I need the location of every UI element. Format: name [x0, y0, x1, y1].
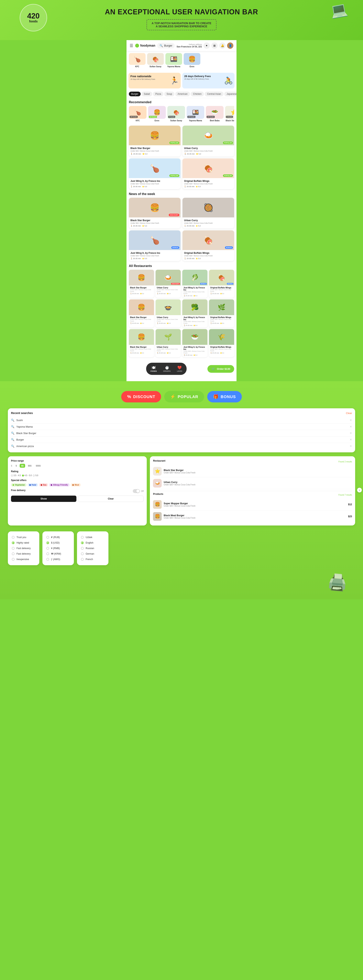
discount-badge-pill[interactable]: % DISCOUNT	[121, 391, 161, 402]
sort-opt-inexp[interactable]: Inexpensive	[12, 557, 35, 562]
rec-yapona[interactable]: 🍱 15 foods Yapona Mama	[187, 106, 204, 122]
rec-beet[interactable]: 🥗 23 foods Beet Baba	[206, 106, 224, 122]
all-food-6[interactable]: 🍲 Urban Curry Under $30 • Bonus Coca Col…	[155, 299, 181, 328]
all-food-1[interactable]: 🍔 Black Star Burger Under $30 • Bonus Co…	[129, 270, 154, 298]
all-food-5[interactable]: 🍔 Black Star Burger Under $30 • Bonus Co…	[129, 299, 154, 328]
rating-opt-2[interactable]: 4.5 - 5.0	[22, 474, 32, 477]
rating-opt-3[interactable]: 5.0	[33, 474, 38, 477]
rec-evos[interactable]: 🍔 10 foods Evos	[148, 106, 166, 122]
cat-chicken[interactable]: Chicken	[191, 92, 204, 96]
bonus-badge-pill[interactable]: 🎁 BONUS	[207, 391, 242, 402]
cat-pizza[interactable]: Pizza	[153, 92, 163, 96]
all-food-4[interactable]: 🍖 BONUS Original Buffalo Wings Under $30…	[209, 270, 234, 298]
search-item-yapona[interactable]: 🔍 Yapona Mama ✕	[11, 423, 352, 430]
notification-icon-btn[interactable]: 🔔	[219, 43, 225, 49]
lang-german[interactable]: German	[81, 551, 105, 557]
price-opt-2[interactable]: $$	[20, 464, 25, 468]
search-item-sushi[interactable]: 🔍 Sushi ✕	[11, 417, 352, 423]
all-food-2[interactable]: 🍛 DISCOUNT Urban Curry Under $30 • Bonus…	[155, 270, 181, 298]
nav-tab-orders[interactable]: ⏱️ ORDERS	[160, 364, 174, 373]
rest-card-yapona[interactable]: 🍱 Yapona Mama	[165, 53, 182, 68]
cat-burger[interactable]: Burger	[129, 92, 141, 96]
currency-rmb[interactable]: ¥ (RMB)	[46, 546, 70, 551]
offer-meat[interactable]: Meat	[71, 483, 81, 487]
nav-tab-foods[interactable]: 🍽️ FOODS	[147, 364, 160, 373]
order-button[interactable]: 🛒 Order $130	[208, 365, 234, 373]
price-opt-4[interactable]: $$$$	[34, 464, 42, 468]
food-card-3[interactable]: 🍗 POPULAR Just Wing It, by Fresco Inc Un…	[129, 159, 181, 189]
cat-american[interactable]: American	[175, 92, 190, 96]
news-card-3[interactable]: 🍗 BONUS Just Wing It, by Fresco Inc Unde…	[129, 231, 181, 261]
cat-salad[interactable]: Salad	[141, 92, 152, 96]
search-input[interactable]	[164, 44, 172, 47]
result-black-meat[interactable]: 🍔 Black Meat Burger Under $30 • Bonus Co…	[153, 511, 352, 522]
currency-krw[interactable]: ₩ (KRW)	[46, 551, 70, 557]
food-card-4[interactable]: 🍖 POPULAR Original Buffalo Wings Under $…	[182, 159, 234, 189]
search-item-american[interactable]: 🔍 American pizza ✕	[11, 443, 352, 449]
all-food-7[interactable]: 🥦 Just Wing It, by Fresco Inc Under $30 …	[182, 299, 208, 328]
lang-russian[interactable]: Russian	[81, 546, 105, 551]
promo-delivery-fees[interactable]: 28 days Delivery Fees 28 days left of $0…	[182, 73, 235, 89]
offer-halal[interactable]: Halal	[28, 483, 38, 487]
sort-opt-highly[interactable]: Highly rated	[12, 540, 35, 546]
show-button[interactable]: Show	[11, 496, 76, 502]
rec-kfc[interactable]: 🍗 20 foods KFC	[129, 106, 147, 122]
free-delivery-toggle[interactable]	[133, 489, 140, 493]
menu-icon[interactable]: ☰	[130, 43, 133, 48]
nav-tab-liked[interactable]: ❤️ LIKED	[174, 364, 185, 373]
offer-vegetarian[interactable]: Vegetarian	[11, 483, 27, 487]
offer-sea[interactable]: Sea	[39, 483, 48, 487]
all-food-11[interactable]: 🥗 Just Wing It, by Fresco Inc Under $30 …	[182, 329, 208, 357]
all-food-3[interactable]: 🥬 BONUS Just Wing It, by Fresco Inc Unde…	[182, 270, 208, 298]
search-bar[interactable]: 🔍	[157, 43, 174, 48]
search-close-1[interactable]: ✕	[350, 418, 352, 422]
sort-opt-fast1[interactable]: Fast delevery	[12, 546, 35, 551]
clear-searches-btn[interactable]: Clear	[346, 412, 352, 415]
result-super-burger[interactable]: 🍔 Super Muppar Burger Under $30 • Bonus …	[153, 498, 352, 511]
rec-blackstar[interactable]: ⭐ 6 foods Black Star Burger	[225, 106, 234, 122]
food-card-1[interactable]: 🍔 POPULAR Black Star Burger Under $30 • …	[129, 126, 181, 156]
currency-awg[interactable]: ƒ (AWG)	[46, 557, 70, 562]
lang-uzbek[interactable]: Uzbek	[81, 535, 105, 540]
popular-badge-pill[interactable]: ⚡ POPULAR	[164, 391, 204, 402]
cat-soup[interactable]: Soup	[164, 92, 174, 96]
search-close-2[interactable]: ✕	[350, 425, 352, 428]
sort-opt-trust[interactable]: Trust you	[12, 535, 35, 540]
news-card-1[interactable]: 🍔 DISCOUNT Black Star Burger Under $30 •…	[129, 198, 181, 228]
all-food-10[interactable]: 🌱 Urban Curry Under $30 • Bonus Coca Col…	[155, 329, 181, 357]
price-opt-3[interactable]: $$$	[26, 464, 33, 468]
all-food-8[interactable]: 🌿 Original Buffalo Wings Under $30 • Bon…	[209, 299, 234, 328]
promo-next-btn[interactable]: ›	[357, 488, 362, 492]
rec-sultan[interactable]: 🍖 5 foods Sultan Saray	[167, 106, 185, 122]
rating-opt-1[interactable]: 3.5 - 4.5	[11, 474, 21, 477]
news-card-4[interactable]: 🍖 BONUS Original Buffalo Wings Under $30…	[182, 231, 234, 261]
all-food-12[interactable]: 🌾 Original Buffalo Wings Under $30 • Bon…	[209, 329, 234, 357]
star-icon-btn[interactable]: ✦	[203, 43, 210, 49]
search-item-blackstar[interactable]: 🔍 Black Star Burger ✕	[11, 430, 352, 436]
lang-french[interactable]: French	[81, 557, 105, 562]
rest-card-evos[interactable]: 🍔 Evos	[184, 53, 200, 68]
rest-card-sultan[interactable]: 🍖 Sultan Saray	[147, 53, 164, 68]
food-card-2[interactable]: 🍛 POPULAR Urban Curry Under $30 • Bonus …	[182, 126, 234, 156]
lang-english[interactable]: English	[81, 540, 105, 546]
price-opt-1[interactable]: $	[14, 464, 19, 468]
result-blackstar[interactable]: ⭐ Black Star Burger Under $30 • Bonus Co…	[153, 465, 352, 477]
cat-japanese[interactable]: Japanese	[224, 92, 236, 96]
cat-central-asian[interactable]: Central Asian	[204, 92, 224, 96]
user-avatar[interactable]: 👤	[227, 43, 233, 49]
search-item-burger[interactable]: 🔍 Burger ✕	[11, 436, 352, 443]
search-close-5[interactable]: ✕	[350, 444, 352, 448]
grid-icon-btn[interactable]: ⊞	[211, 43, 218, 49]
search-close-4[interactable]: ✕	[350, 438, 352, 441]
search-close-3[interactable]: ✕	[350, 431, 352, 435]
offer-allergy[interactable]: Allergy Friendly	[49, 483, 70, 487]
result-urban[interactable]: 🍛 Urban Curry Under $30 • Bonus Coca Col…	[153, 477, 352, 489]
promo-free-nationwide[interactable]: Free nationwide 28 days left of $0 Deliv…	[128, 73, 181, 89]
rest-card-kfc[interactable]: 🍗 KFC	[129, 53, 146, 68]
currency-rub[interactable]: ₽ (RUB)	[46, 535, 70, 540]
all-food-9[interactable]: 🍔 Black Star Burger Under $30 • Bonus Co…	[129, 329, 154, 357]
currency-usd[interactable]: $ (USD)	[46, 540, 70, 546]
sort-opt-fast2[interactable]: Fast delevery	[12, 551, 35, 557]
clear-filter-button[interactable]: Clear	[78, 496, 144, 502]
news-card-2[interactable]: 🥘 Urban Curry Under $30 • Bonus Coca Col…	[182, 198, 234, 228]
